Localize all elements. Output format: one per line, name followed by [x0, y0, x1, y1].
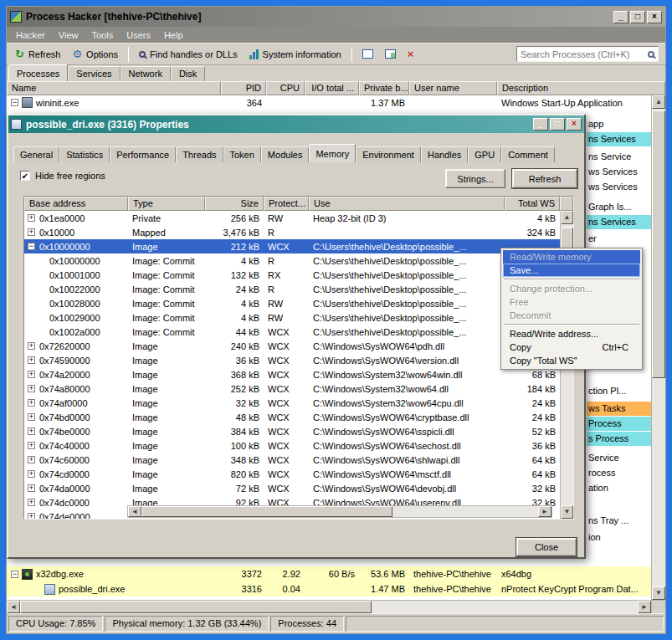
scroll-left-icon[interactable]: ◄ [128, 506, 141, 517]
dialog-tab-threads[interactable]: Threads [176, 146, 223, 162]
tab-network[interactable]: Network [121, 66, 171, 81]
menu-help[interactable]: Help [157, 28, 190, 42]
memory-table-row[interactable]: 0x10001000Image: Commit132 kBRXC:\Users\… [24, 268, 560, 282]
memory-horizontal-scrollbar[interactable]: ◄ ► [127, 505, 552, 518]
expand-icon[interactable]: + [28, 342, 35, 350]
column-header-total-ws[interactable]: Total WS [505, 197, 560, 211]
maximize-button[interactable]: □ [630, 11, 645, 23]
window-pane-button[interactable] [357, 47, 378, 61]
memory-table-row[interactable]: +0x74c40000Image100 kBWCXC:\Windows\SysW… [24, 438, 560, 453]
hide-free-regions-row[interactable]: ✔ Hide free regions [20, 171, 105, 181]
dialog-close-button[interactable]: × [567, 118, 582, 131]
scroll-right-icon[interactable]: ► [638, 601, 651, 613]
strings-button[interactable]: Strings... [445, 169, 505, 188]
dialog-tab-statistics[interactable]: Statistics [59, 146, 110, 162]
system-information-button[interactable]: System information [244, 47, 346, 62]
memory-table-row[interactable]: +0x1ea0000Private256 kBRWHeap 32-bit (ID… [24, 211, 560, 225]
scrollbar-thumb[interactable] [20, 601, 372, 613]
main-vertical-scrollbar[interactable]: ▲ ▼ [651, 95, 665, 600]
column-header-protect[interactable]: Protect... [264, 197, 309, 211]
scroll-up-icon[interactable]: ▲ [561, 211, 573, 224]
dialog-tab-handles[interactable]: Handles [421, 146, 468, 162]
column-header-size[interactable]: Size [205, 197, 264, 211]
minimize-button[interactable]: _ [613, 11, 628, 23]
menu-item-read-write-memory[interactable]: Read/Write memory [503, 250, 640, 264]
find-handles-button[interactable]: Find handles or DLLs [134, 47, 243, 62]
column-header-io[interactable]: I/O total ... [305, 81, 359, 95]
tab-services[interactable]: Services [68, 66, 120, 81]
process-row-possible-dri[interactable]: possible_dri.exe 3316 0.04 1.47 MB thehi… [7, 581, 651, 596]
expand-icon[interactable]: + [28, 371, 35, 378]
expand-icon[interactable]: + [28, 513, 35, 519]
scrollbar-thumb[interactable] [141, 506, 392, 517]
dialog-maximize-button[interactable]: □ [550, 118, 565, 131]
expand-icon[interactable]: + [28, 356, 35, 364]
dialog-close-action-button[interactable]: Close [516, 538, 577, 556]
expand-icon[interactable]: + [28, 428, 35, 435]
scroll-down-icon[interactable]: ▼ [561, 505, 573, 519]
menu-item-read-write-address[interactable]: Read/Write address... [503, 327, 640, 340]
collapse-icon[interactable]: − [11, 99, 18, 106]
menu-item-change-protection[interactable]: Change protection... [503, 282, 640, 295]
search-input[interactable] [521, 49, 645, 59]
dialog-tab-environment[interactable]: Environment [356, 146, 421, 162]
dialog-tab-gpu[interactable]: GPU [468, 146, 501, 162]
menu-item-copy[interactable]: CopyCtrl+C [503, 340, 640, 354]
terminate-button[interactable]: × [403, 47, 419, 62]
main-horizontal-scrollbar[interactable]: ◄ ► [7, 600, 665, 613]
column-header-private[interactable]: Private b... [359, 81, 409, 95]
column-header-use[interactable]: Use [309, 197, 505, 211]
refresh-toolbar-button[interactable]: ↻ Refresh [10, 47, 65, 62]
expand-icon[interactable]: + [28, 385, 35, 392]
expand-icon[interactable]: + [28, 499, 35, 506]
column-header-cpu[interactable]: CPU [266, 81, 305, 95]
memory-table-row[interactable]: +0x74c60000Image348 kBWCXC:\Windows\SysW… [24, 453, 560, 467]
dialog-tab-comment[interactable]: Comment [501, 146, 555, 162]
dialog-minimize-button[interactable]: _ [533, 118, 548, 131]
dialog-tab-memory[interactable]: Memory [309, 144, 356, 162]
dialog-tab-general[interactable]: General [13, 146, 59, 162]
expand-icon[interactable]: + [28, 456, 35, 463]
memory-table-row[interactable]: +0x74cd0000Image820 kBWCXC:\Windows\SysW… [24, 467, 560, 481]
expand-icon[interactable]: + [28, 484, 35, 492]
memory-table-row[interactable]: +0x74590000Image36 kBWCXC:\Windows\SysWO… [24, 353, 560, 367]
memory-table-row[interactable]: +0x74be0000Image384 kBWCXC:\Windows\SysW… [24, 424, 560, 438]
tab-processes[interactable]: Processes [8, 64, 68, 81]
scrollbar-thumb[interactable] [652, 110, 665, 378]
dialog-tab-token[interactable]: Token [223, 146, 261, 162]
menu-view[interactable]: View [52, 28, 85, 42]
menu-tools[interactable]: Tools [85, 28, 121, 42]
column-header-pid[interactable]: PID [221, 81, 266, 95]
scroll-right-icon[interactable]: ► [538, 506, 551, 517]
expand-icon[interactable]: + [28, 214, 35, 222]
menu-item-free[interactable]: Free [503, 295, 640, 309]
column-header-description[interactable]: Description [497, 81, 665, 95]
close-button[interactable]: × [647, 11, 662, 23]
dialog-refresh-button[interactable]: Refresh [512, 169, 577, 188]
memory-table-row[interactable]: +0x72620000Image240 kBWCXC:\Windows\SysW… [24, 339, 560, 353]
column-header-name[interactable]: Name [7, 81, 221, 95]
column-header-user[interactable]: User name [409, 81, 497, 95]
memory-table-row[interactable]: +0x74af0000Image32 kBWCXC:\Windows\Syste… [24, 396, 560, 410]
expand-icon[interactable]: + [28, 399, 35, 407]
memory-table-row[interactable]: 0x10029000Image: Commit4 kBRWC:\Users\th… [24, 310, 560, 325]
process-row-x32dbg[interactable]: − x32dbg.exe 3372 2.92 60 B/s 53.6 MB th… [7, 566, 651, 581]
memory-table-row[interactable]: +0x74a80000Image252 kBWCXC:\Windows\Syst… [24, 381, 560, 396]
scroll-down-icon[interactable]: ▼ [652, 586, 665, 600]
checkbox-checked-icon[interactable]: ✔ [20, 171, 30, 181]
memory-table-row[interactable]: 0x10022000Image: Commit24 kBRC:\Users\th… [24, 282, 560, 296]
memory-table-row[interactable]: +0x74bd0000Image48 kBWCXC:\Windows\SysWO… [24, 410, 560, 424]
process-row-wininit[interactable]: − wininit.exe 364 1.37 MB Windows Start-… [7, 95, 651, 110]
scrollbar-track[interactable] [392, 506, 538, 517]
memory-table-row[interactable]: +0x74a20000Image368 kBWCXC:\Windows\Syst… [24, 367, 560, 381]
memory-table-row[interactable]: +0x10000Mapped3,476 kBR324 kB [24, 225, 560, 239]
dialog-tab-performance[interactable]: Performance [110, 146, 176, 162]
expand-icon[interactable]: + [28, 413, 35, 421]
split-pane-button[interactable] [380, 47, 401, 61]
memory-table-row[interactable]: +0x74da0000Image72 kBWCXC:\Windows\SysWO… [24, 481, 560, 495]
memory-table-row[interactable]: 0x10028000Image: Commit4 kBRWC:\Users\th… [24, 296, 560, 310]
menu-item-save[interactable]: Save... [503, 264, 640, 277]
dialog-titlebar[interactable]: possible_dri.exe (3316) Properties _ □ × [8, 115, 584, 133]
scrollbar-track[interactable] [372, 601, 638, 613]
menu-users[interactable]: Users [120, 28, 157, 42]
